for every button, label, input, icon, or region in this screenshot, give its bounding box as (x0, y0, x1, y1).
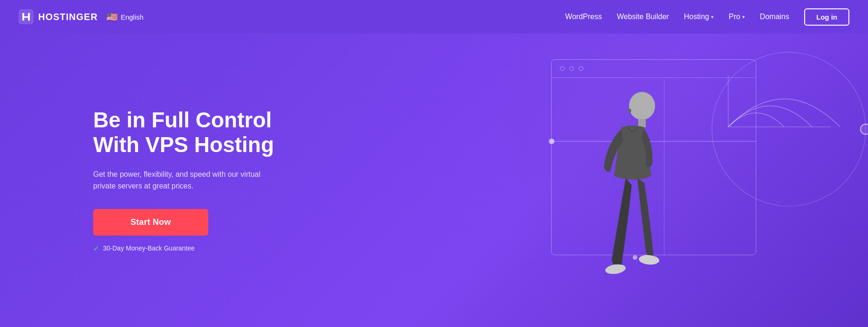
hero-section: Be in Full Control With VPS Hosting Get … (0, 34, 868, 327)
guarantee-label: 30-Day Money-Back Guarantee (103, 244, 195, 252)
start-now-button[interactable]: Start Now (93, 209, 208, 236)
connector-dot-left (549, 139, 554, 144)
svg-point-4 (861, 124, 868, 134)
navbar: HOSTINGER 🇺🇸 English WordPress Website B… (0, 0, 868, 34)
language-label: English (121, 13, 144, 21)
nav-link-pro[interactable]: Pro ▾ (729, 13, 745, 21)
svg-point-11 (628, 109, 631, 112)
nav-right: WordPress Website Builder Hosting ▾ Pro … (565, 8, 849, 26)
browser-dot-1 (560, 66, 565, 71)
chevron-down-icon: ▾ (711, 14, 714, 20)
hero-title: Be in Full Control With VPS Hosting (93, 108, 289, 157)
logo[interactable]: HOSTINGER (19, 9, 98, 24)
nav-link-website-builder[interactable]: Website Builder (617, 13, 669, 21)
nav-link-wordpress[interactable]: WordPress (565, 13, 602, 21)
outer-circle-svg (710, 50, 868, 209)
nav-link-domains[interactable]: Domains (760, 13, 789, 21)
browser-dot-3 (579, 66, 583, 71)
nav-link-hosting[interactable]: Hosting ▾ (684, 13, 714, 21)
svg-rect-8 (638, 119, 646, 127)
flag-icon: 🇺🇸 (106, 11, 118, 22)
svg-point-3 (712, 52, 866, 206)
person-svg (577, 83, 689, 311)
logo-text: HOSTINGER (38, 12, 98, 22)
svg-point-7 (629, 92, 655, 120)
guarantee-badge: ✓ 30-Day Money-Back Guarantee (93, 244, 289, 253)
hero-illustration (542, 50, 831, 311)
hostinger-logo-icon (19, 9, 34, 24)
hero-content: Be in Full Control With VPS Hosting Get … (93, 108, 289, 253)
hero-subtitle: Get the power, flexibility, and speed wi… (93, 168, 261, 192)
browser-dot-2 (569, 66, 574, 71)
svg-point-9 (605, 263, 626, 275)
chevron-down-icon: ▾ (742, 14, 745, 20)
nav-left: HOSTINGER 🇺🇸 English (19, 9, 144, 24)
svg-point-10 (638, 254, 660, 265)
checkmark-icon: ✓ (93, 244, 99, 253)
language-selector[interactable]: 🇺🇸 English (106, 11, 144, 22)
login-button[interactable]: Log in (804, 8, 849, 26)
